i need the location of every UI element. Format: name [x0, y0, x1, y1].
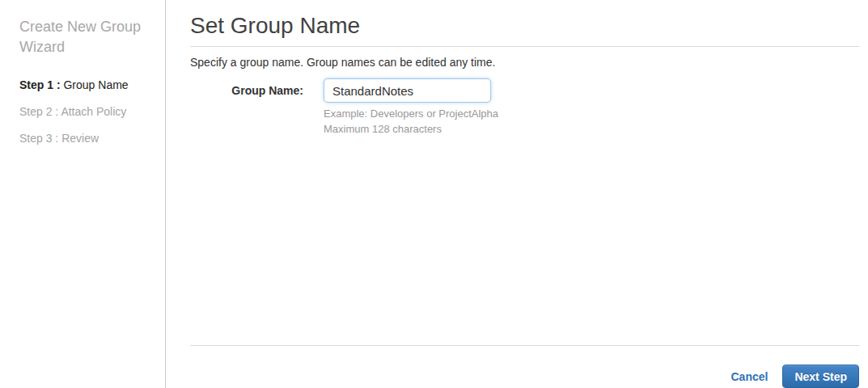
step-2-label: Attach Policy: [61, 105, 126, 118]
group-name-form-row: Group Name: Example: Developers or Proje…: [190, 78, 859, 135]
wizard-sidebar: Create New Group Wizard Step 1 : Group N…: [0, 0, 166, 388]
wizard-title: Create New Group Wizard: [19, 17, 150, 57]
main-panel: Set Group Name Specify a group name. Gro…: [166, 0, 868, 388]
sidebar-step-2-attach-policy[interactable]: Step 2 : Attach Policy: [19, 105, 152, 118]
footer: Cancel Next Step: [190, 345, 859, 388]
page-description: Specify a group name. Group names can be…: [190, 56, 859, 69]
group-name-hint-example: Example: Developers or ProjectAlpha: [324, 108, 498, 120]
group-name-field-column: Example: Developers or ProjectAlpha Maxi…: [324, 78, 498, 135]
sidebar-step-1-group-name[interactable]: Step 1 : Group Name: [19, 78, 152, 91]
wizard-steps: Step 1 : Group Name Step 2 : Attach Poli…: [19, 78, 152, 145]
create-group-wizard-page: Create New Group Wizard Step 1 : Group N…: [0, 0, 868, 388]
step-1-prefix: Step 1 :: [19, 78, 63, 91]
group-name-label: Group Name:: [190, 78, 324, 135]
step-2-prefix: Step 2 :: [19, 105, 61, 118]
footer-actions: Cancel Next Step: [190, 346, 859, 388]
step-1-label: Group Name: [63, 78, 128, 91]
title-divider: [190, 46, 859, 47]
step-3-prefix: Step 3 :: [19, 132, 61, 145]
sidebar-step-3-review[interactable]: Step 3 : Review: [19, 132, 152, 145]
group-name-hint-max: Maximum 128 characters: [324, 124, 498, 135]
next-step-button[interactable]: Next Step: [782, 365, 859, 388]
cancel-button[interactable]: Cancel: [731, 370, 768, 383]
step-3-label: Review: [61, 132, 99, 145]
group-name-input[interactable]: [324, 78, 491, 103]
page-title: Set Group Name: [190, 12, 859, 39]
